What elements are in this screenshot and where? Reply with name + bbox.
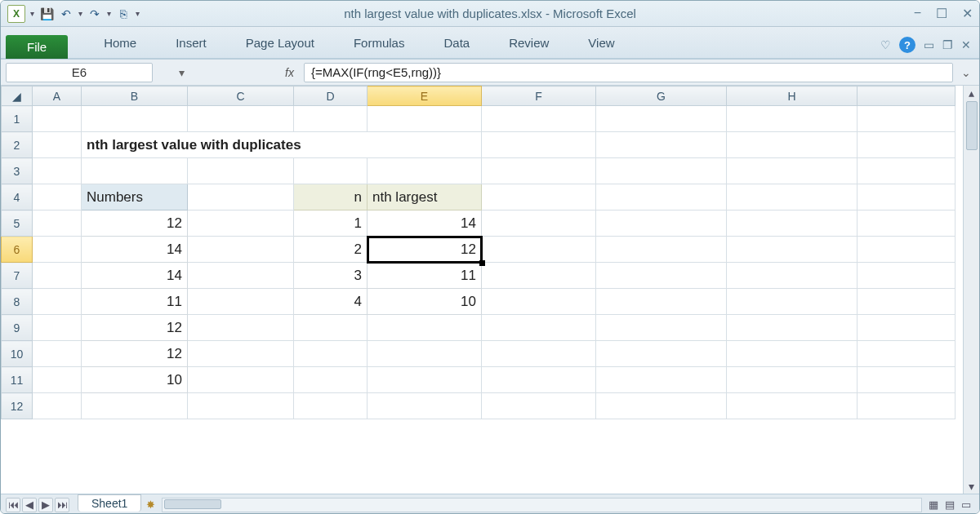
cell-I3[interactable]	[858, 158, 956, 184]
cell-H8[interactable]	[727, 289, 858, 315]
view-normal-icon[interactable]: ▦	[929, 498, 938, 511]
cell-H6[interactable]	[727, 237, 858, 263]
row-header-7[interactable]: 7	[2, 263, 33, 289]
cell-F9[interactable]	[482, 315, 596, 341]
cell-I9[interactable]	[858, 315, 956, 341]
row-header-2[interactable]: 2	[2, 132, 33, 158]
cell-A1[interactable]	[33, 106, 82, 132]
cell-G5[interactable]	[596, 210, 727, 237]
cell-F6[interactable]	[482, 237, 596, 263]
cell-F5[interactable]	[482, 210, 596, 237]
row-header-11[interactable]: 11	[2, 367, 33, 393]
cell-B11[interactable]: 10	[82, 367, 188, 393]
col-header-A[interactable]: A	[33, 86, 82, 106]
cell-D12[interactable]	[294, 393, 368, 419]
row-header-5[interactable]: 5	[2, 210, 33, 237]
cell-D9[interactable]	[294, 315, 368, 341]
cell-A8[interactable]	[33, 289, 82, 315]
row-header-3[interactable]: 3	[2, 158, 33, 184]
cell-D6[interactable]: 2	[294, 237, 368, 263]
cell-A2[interactable]	[33, 132, 82, 158]
cell-G11[interactable]	[596, 367, 727, 393]
sheet-nav-first-icon[interactable]: ⏮	[6, 498, 20, 512]
cell-B8[interactable]: 11	[82, 289, 188, 315]
qat-more-icon[interactable]: ▾	[136, 9, 140, 18]
cell-G7[interactable]	[596, 263, 727, 289]
close-button[interactable]: ✕	[962, 6, 973, 21]
cell-B9[interactable]: 12	[82, 315, 188, 341]
cell-F4[interactable]	[482, 184, 596, 210]
cell-H5[interactable]	[727, 210, 858, 237]
cell-F12[interactable]	[482, 393, 596, 419]
minimize-button[interactable]: −	[914, 6, 921, 21]
cell-H9[interactable]	[727, 315, 858, 341]
sheet-nav-next-icon[interactable]: ▶	[38, 498, 53, 512]
cell-I11[interactable]	[858, 367, 956, 393]
cell-E1[interactable]	[368, 106, 482, 132]
cell-D5[interactable]: 1	[294, 210, 368, 237]
cell-B3[interactable]	[82, 158, 188, 184]
tab-view[interactable]: View	[568, 29, 634, 58]
cell-I1[interactable]	[858, 106, 956, 132]
cell-C6[interactable]	[188, 237, 294, 263]
cell-F1[interactable]	[482, 106, 596, 132]
cell-E6-selected[interactable]: 12	[368, 237, 482, 263]
cell-D3[interactable]	[294, 158, 368, 184]
formula-bar-expand-icon[interactable]: ⌄	[958, 66, 974, 79]
scroll-down-icon[interactable]: ▾	[964, 479, 979, 494]
file-tab[interactable]: File	[6, 35, 68, 59]
cell-F7[interactable]	[482, 263, 596, 289]
cell-E4-nth-header[interactable]: nth largest	[368, 184, 482, 210]
cell-C8[interactable]	[188, 289, 294, 315]
excel-logo-icon[interactable]: X	[7, 5, 25, 23]
cell-B10[interactable]: 12	[82, 341, 188, 367]
sheet-nav-last-icon[interactable]: ⏭	[55, 498, 69, 512]
cell-A6[interactable]	[33, 237, 82, 263]
cell-E10[interactable]	[368, 341, 482, 367]
doc-minimize-icon[interactable]: ▭	[924, 38, 934, 51]
tab-data[interactable]: Data	[424, 29, 489, 58]
qat-dropdown-icon[interactable]: ▾	[30, 9, 34, 18]
cell-C3[interactable]	[188, 158, 294, 184]
undo-dropdown-icon[interactable]: ▾	[78, 9, 82, 18]
cell-B5[interactable]: 12	[82, 210, 188, 237]
ribbon-minimize-icon[interactable]: ♡	[880, 38, 891, 51]
scroll-up-icon[interactable]: ▴	[964, 86, 979, 100]
cell-D11[interactable]	[294, 367, 368, 393]
tab-formulas[interactable]: Formulas	[334, 29, 425, 58]
vscroll-thumb[interactable]	[966, 101, 978, 150]
cell-B4-numbers-header[interactable]: Numbers	[82, 184, 188, 210]
formula-input[interactable]: {=MAX(IF(rng<E5,rng))}	[304, 63, 953, 82]
row-header-4[interactable]: 4	[2, 184, 33, 210]
fx-icon[interactable]: fx	[280, 66, 299, 79]
cell-B6[interactable]: 14	[82, 237, 188, 263]
doc-close-icon[interactable]: ✕	[961, 38, 971, 51]
cell-C10[interactable]	[188, 341, 294, 367]
cell-F11[interactable]	[482, 367, 596, 393]
row-header-1[interactable]: 1	[2, 106, 33, 132]
maximize-button[interactable]: ☐	[936, 6, 947, 21]
cell-H4[interactable]	[727, 184, 858, 210]
cell-E11[interactable]	[368, 367, 482, 393]
customize-icon[interactable]: ⎘	[116, 7, 131, 21]
cell-D4-n-header[interactable]: n	[294, 184, 368, 210]
sheet-tab-active[interactable]: Sheet1	[78, 494, 141, 512]
cell-B2-title[interactable]: nth largest value with duplicates	[82, 132, 482, 158]
row-header-10[interactable]: 10	[2, 341, 33, 367]
vertical-scrollbar[interactable]: ▴ ▾	[963, 86, 979, 494]
hscroll-thumb[interactable]	[164, 499, 221, 509]
save-icon[interactable]: 💾	[39, 7, 54, 21]
doc-restore-icon[interactable]: ❐	[942, 38, 953, 51]
cell-I4[interactable]	[858, 184, 956, 210]
cell-H7[interactable]	[727, 263, 858, 289]
cell-H10[interactable]	[727, 341, 858, 367]
cell-C11[interactable]	[188, 367, 294, 393]
row-header-6[interactable]: 6	[2, 237, 33, 263]
cell-B12[interactable]	[82, 393, 188, 419]
col-header-F[interactable]: F	[482, 86, 596, 106]
cell-G8[interactable]	[596, 289, 727, 315]
cell-D7[interactable]: 3	[294, 263, 368, 289]
redo-icon[interactable]: ↷	[87, 7, 102, 21]
cell-G12[interactable]	[596, 393, 727, 419]
cell-I5[interactable]	[858, 210, 956, 237]
